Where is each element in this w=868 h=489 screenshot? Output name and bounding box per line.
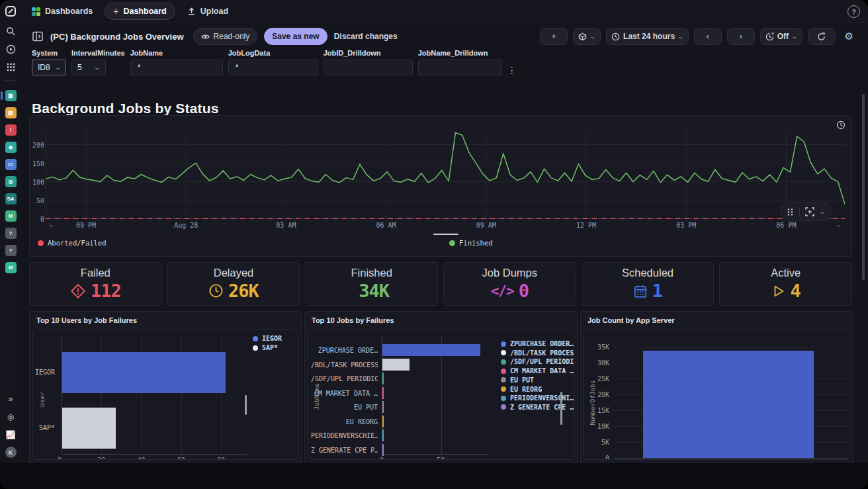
bar-job-6[interactable] [382,429,384,441]
x-axis-tick: 09 PM [76,222,96,229]
app-file-teal-icon[interactable]: M [5,262,17,273]
bar-iegor[interactable] [62,352,226,393]
x-axis-line [62,454,247,455]
add-panel-button[interactable]: + [540,28,568,45]
bar-appserver[interactable] [643,351,814,458]
bar-sap[interactable] [62,408,116,449]
variable-control-jobname[interactable] [130,60,223,75]
apps-grid-icon[interactable] [5,61,17,73]
panel-type-dropdown[interactable]: ⌄ [573,28,601,45]
variables-kebab-icon[interactable]: ⋮ [507,65,517,75]
bar-job-1[interactable] [382,359,410,371]
y-axis-title: JobName [313,383,320,410]
app-cube-icon[interactable]: ◆ [5,142,17,153]
legend-item-sap[interactable]: SAP* [253,344,278,351]
chevron-down-icon[interactable]: ⌄ [819,208,826,215]
variable-control-system[interactable]: ID8⌄ [32,60,66,75]
app-file-green-icon[interactable]: M [5,210,17,222]
search-icon[interactable] [5,25,17,37]
variable-control-jobid_drilldown[interactable] [324,60,413,75]
variable-input-jobname_drilldown[interactable] [424,62,496,73]
jobs-chart-canvas[interactable]: 050ZPURCHASE_ORDE…/BDL/TASK_PROCESSOR/SD… [308,329,574,460]
zoom-focus-icon[interactable] [805,207,814,216]
panel-time-icon[interactable] [836,120,846,130]
appserver-chart-canvas[interactable]: 35K30K25K20K15K10K5K0NumberOfJobs [584,329,850,460]
legend-item-job-2[interactable]: /SDF/UPL_PERIODIC… [501,358,574,365]
legend-item-job-7[interactable]: Z_GENERATE_CPE_… [501,404,574,411]
monitoring-icon[interactable]: 📈 [5,429,17,441]
app-sa-icon[interactable]: SA [5,193,17,204]
variable-control-joblogdata[interactable] [228,60,318,75]
dashboards-icon [32,7,40,16]
legend-item-aborted-failed[interactable]: Aborted/Failed [38,239,107,247]
panel-layout-icon[interactable] [32,30,44,42]
legend-item-finished[interactable]: Finished [449,239,493,247]
stat-value: 34K [354,281,389,301]
drag-handle-icon[interactable] [787,208,794,216]
legend-item-job-1[interactable]: /BDL/TASK_PROCES… [501,349,574,357]
legend-dot [253,345,258,351]
variable-system: SystemID8⌄ [32,49,66,75]
tab-label: Dashboard [123,7,166,16]
time-shift-forward-button[interactable]: › [727,28,755,45]
time-range-picker[interactable]: Last 24 hours ⌄ [606,28,689,45]
bar-job-7[interactable] [382,444,384,456]
bar-job-0[interactable] [382,344,480,356]
legend-item-job-6[interactable]: PERIODENVERSCHI… [501,394,574,402]
users-chart-canvas[interactable]: 020406080IEGORSAP*UserIEGORSAP* [32,329,298,460]
legend-item-iegor[interactable]: IEGOR [253,335,282,342]
vertical-scrollbar-thumb[interactable] [560,392,562,425]
bar-job-5[interactable] [382,416,384,427]
pan-right-arrow[interactable]: → [835,220,842,228]
bar-job-4[interactable] [382,401,384,413]
tab-dashboard[interactable]: + Dashboard [105,3,175,20]
legend-item-job-0[interactable]: ZPURCHASE_ORDER… [501,340,574,347]
app-analytics-icon[interactable]: ▥ [5,90,17,101]
y-category-label: EU_PUT [311,404,378,411]
variable-control-jobname_drilldown[interactable] [418,60,502,75]
discard-changes-button[interactable]: Discard changes [334,32,398,41]
expand-sidebar-icon[interactable]: » [5,393,17,405]
refresh-button[interactable] [808,28,836,45]
support-circle-icon[interactable]: ◎ [5,411,17,423]
refresh-interval-dropdown[interactable]: Off ⌄ [760,28,803,45]
legend-dot [501,377,506,382]
readonly-button[interactable]: Read-only [193,28,258,45]
variable-control-intervalminutes[interactable]: 5⌄ [71,60,106,75]
app-printer-icon[interactable]: ▭ [5,159,17,170]
app-box-icon[interactable]: ◎ [5,176,17,187]
vertical-scrollbar-thumb[interactable] [245,395,247,415]
help-icon[interactable]: ? [847,5,860,18]
timeseries-chart-canvas[interactable] [46,130,845,219]
legend-item-job-5[interactable]: EU_REORG [501,386,542,393]
code-icon: </> [491,283,514,299]
upload-button[interactable]: Upload [187,7,228,16]
bar-job-2[interactable] [382,373,384,384]
app-file-2-icon[interactable]: ? [5,245,17,256]
time-shift-back-button[interactable]: ‹ [694,28,722,45]
x-axis-tick: 03 AM [276,222,296,229]
x-axis-tick: 40 [137,457,145,460]
save-as-new-button[interactable]: Save as new [264,28,327,45]
app-file-1-icon[interactable]: ? [5,228,17,239]
legend-label: Aborted/Failed [48,239,107,247]
app-folder-icon[interactable]: ▤ [5,107,17,118]
variable-input-joblogdata[interactable] [234,62,312,73]
page-scrollbar-thumb[interactable] [862,94,865,281]
bar-job-3[interactable] [382,387,384,399]
stat-title: Active [771,267,801,279]
variable-input-jobname[interactable] [136,62,217,73]
settings-gear-icon[interactable]: ⚙ [841,30,857,43]
breadcrumb[interactable]: Dashboards [32,7,93,16]
pan-left-arrow[interactable]: ← [48,220,56,228]
user-avatar[interactable]: K [5,447,17,458]
stat-title: Finished [351,267,392,279]
legend-item-job-3[interactable]: CM_MARKET_DATA_… [501,367,574,375]
app-alert-icon[interactable]: ! [5,124,17,136]
y-category-label: CM_MARKET_DATA_… [311,390,378,397]
explore-play-icon[interactable] [5,43,17,55]
grafana-logo-icon[interactable] [5,5,17,17]
legend-item-job-4[interactable]: EU_PUT [501,377,534,384]
variable-input-jobid_drilldown[interactable] [329,62,407,73]
horizontal-scrollbar-thumb[interactable] [433,234,458,235]
